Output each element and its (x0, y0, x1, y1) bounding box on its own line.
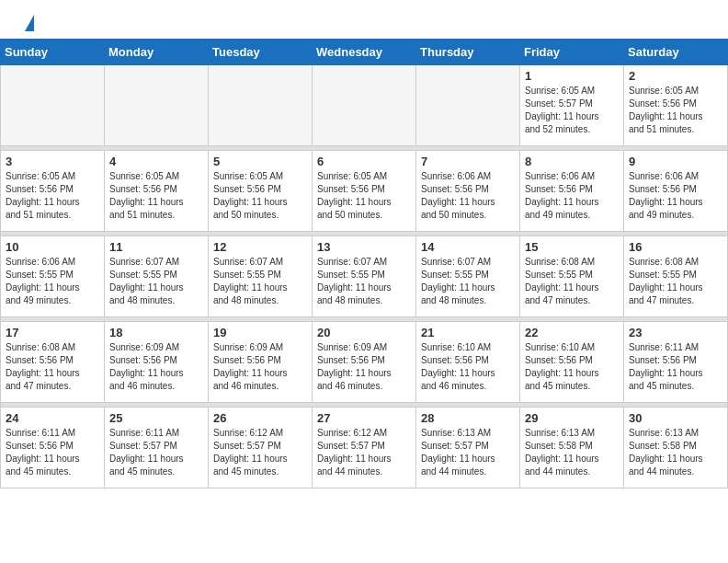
day-info: Sunrise: 6:07 AM Sunset: 5:55 PM Dayligh… (109, 256, 203, 307)
table-row: 18Sunrise: 6:09 AM Sunset: 5:56 PM Dayli… (105, 322, 209, 403)
table-row: 24Sunrise: 6:11 AM Sunset: 5:56 PM Dayli… (1, 408, 105, 488)
day-number: 26 (213, 411, 307, 425)
day-number: 25 (109, 411, 203, 425)
table-row (313, 65, 416, 146)
day-info: Sunrise: 6:13 AM Sunset: 5:58 PM Dayligh… (525, 427, 619, 478)
day-info: Sunrise: 6:06 AM Sunset: 5:55 PM Dayligh… (6, 256, 99, 307)
day-number: 12 (213, 240, 307, 254)
day-number: 23 (629, 326, 722, 339)
day-number: 16 (629, 240, 722, 254)
table-row: 25Sunrise: 6:11 AM Sunset: 5:57 PM Dayli… (105, 408, 209, 488)
day-info: Sunrise: 6:08 AM Sunset: 5:55 PM Dayligh… (525, 256, 619, 307)
table-row: 10Sunrise: 6:06 AM Sunset: 5:55 PM Dayli… (1, 236, 105, 317)
day-number: 29 (525, 411, 619, 425)
day-number: 19 (213, 326, 307, 339)
table-row: 21Sunrise: 6:10 AM Sunset: 5:56 PM Dayli… (416, 322, 520, 403)
day-info: Sunrise: 6:09 AM Sunset: 5:56 PM Dayligh… (317, 341, 411, 393)
table-row: 4Sunrise: 6:05 AM Sunset: 5:56 PM Daylig… (105, 151, 209, 232)
day-number: 9 (629, 155, 722, 168)
table-row: 12Sunrise: 6:07 AM Sunset: 5:55 PM Dayli… (209, 236, 313, 317)
table-row (209, 65, 313, 146)
day-number: 17 (6, 326, 99, 339)
logo-triangle-icon (25, 15, 34, 31)
header-tuesday: Tuesday (209, 40, 313, 65)
table-row: 6Sunrise: 6:05 AM Sunset: 5:56 PM Daylig… (313, 151, 416, 232)
week-row: 24Sunrise: 6:11 AM Sunset: 5:56 PM Dayli… (1, 408, 728, 488)
header-friday: Friday (520, 40, 624, 65)
day-info: Sunrise: 6:06 AM Sunset: 5:56 PM Dayligh… (421, 170, 515, 222)
logo (22, 17, 34, 31)
day-info: Sunrise: 6:07 AM Sunset: 5:55 PM Dayligh… (213, 256, 307, 307)
week-row: 10Sunrise: 6:06 AM Sunset: 5:55 PM Dayli… (1, 236, 728, 317)
day-number: 20 (317, 326, 411, 339)
table-row: 13Sunrise: 6:07 AM Sunset: 5:55 PM Dayli… (313, 236, 416, 317)
table-row: 29Sunrise: 6:13 AM Sunset: 5:58 PM Dayli… (520, 408, 624, 488)
calendar-table: SundayMondayTuesdayWednesdayThursdayFrid… (0, 39, 728, 488)
table-row: 11Sunrise: 6:07 AM Sunset: 5:55 PM Dayli… (105, 236, 209, 317)
header-monday: Monday (105, 40, 209, 65)
day-number: 6 (317, 155, 411, 168)
week-row: 1Sunrise: 6:05 AM Sunset: 5:57 PM Daylig… (1, 65, 728, 146)
header-wednesday: Wednesday (313, 40, 416, 65)
day-info: Sunrise: 6:13 AM Sunset: 5:57 PM Dayligh… (421, 427, 515, 478)
day-info: Sunrise: 6:06 AM Sunset: 5:56 PM Dayligh… (629, 170, 722, 222)
table-row: 1Sunrise: 6:05 AM Sunset: 5:57 PM Daylig… (520, 65, 624, 146)
day-info: Sunrise: 6:08 AM Sunset: 5:56 PM Dayligh… (6, 341, 99, 393)
header-saturday: Saturday (624, 40, 728, 65)
day-number: 14 (421, 240, 515, 254)
day-number: 21 (421, 326, 515, 339)
table-row: 8Sunrise: 6:06 AM Sunset: 5:56 PM Daylig… (520, 151, 624, 232)
day-info: Sunrise: 6:07 AM Sunset: 5:55 PM Dayligh… (421, 256, 515, 307)
week-row: 3Sunrise: 6:05 AM Sunset: 5:56 PM Daylig… (1, 151, 728, 232)
day-number: 27 (317, 411, 411, 425)
table-row: 16Sunrise: 6:08 AM Sunset: 5:55 PM Dayli… (624, 236, 728, 317)
day-info: Sunrise: 6:12 AM Sunset: 5:57 PM Dayligh… (213, 427, 307, 478)
week-row: 17Sunrise: 6:08 AM Sunset: 5:56 PM Dayli… (1, 322, 728, 403)
day-number: 4 (109, 155, 203, 168)
table-row (416, 65, 520, 146)
day-number: 5 (213, 155, 307, 168)
day-number: 15 (525, 240, 619, 254)
table-row: 19Sunrise: 6:09 AM Sunset: 5:56 PM Dayli… (209, 322, 313, 403)
day-info: Sunrise: 6:05 AM Sunset: 5:56 PM Dayligh… (6, 170, 99, 222)
table-row: 2Sunrise: 6:05 AM Sunset: 5:56 PM Daylig… (624, 65, 728, 146)
table-row: 9Sunrise: 6:06 AM Sunset: 5:56 PM Daylig… (624, 151, 728, 232)
day-info: Sunrise: 6:05 AM Sunset: 5:56 PM Dayligh… (317, 170, 411, 222)
day-info: Sunrise: 6:05 AM Sunset: 5:56 PM Dayligh… (629, 85, 722, 136)
day-info: Sunrise: 6:07 AM Sunset: 5:55 PM Dayligh… (317, 256, 411, 307)
day-info: Sunrise: 6:08 AM Sunset: 5:55 PM Dayligh… (629, 256, 722, 307)
table-row (1, 65, 105, 146)
day-info: Sunrise: 6:12 AM Sunset: 5:57 PM Dayligh… (317, 427, 411, 478)
table-row: 17Sunrise: 6:08 AM Sunset: 5:56 PM Dayli… (1, 322, 105, 403)
day-number: 18 (109, 326, 203, 339)
table-row: 20Sunrise: 6:09 AM Sunset: 5:56 PM Dayli… (313, 322, 416, 403)
day-number: 11 (109, 240, 203, 254)
day-number: 22 (525, 326, 619, 339)
table-row: 14Sunrise: 6:07 AM Sunset: 5:55 PM Dayli… (416, 236, 520, 317)
day-number: 30 (629, 411, 722, 425)
table-row: 7Sunrise: 6:06 AM Sunset: 5:56 PM Daylig… (416, 151, 520, 232)
day-info: Sunrise: 6:11 AM Sunset: 5:56 PM Dayligh… (6, 427, 99, 478)
day-number: 24 (6, 411, 99, 425)
header-thursday: Thursday (416, 40, 520, 65)
day-number: 1 (525, 69, 619, 83)
day-number: 10 (6, 240, 99, 254)
table-row: 23Sunrise: 6:11 AM Sunset: 5:56 PM Dayli… (624, 322, 728, 403)
day-number: 3 (6, 155, 99, 168)
table-row: 30Sunrise: 6:13 AM Sunset: 5:58 PM Dayli… (624, 408, 728, 488)
table-row: 28Sunrise: 6:13 AM Sunset: 5:57 PM Dayli… (416, 408, 520, 488)
table-row: 26Sunrise: 6:12 AM Sunset: 5:57 PM Dayli… (209, 408, 313, 488)
page-header (0, 0, 728, 39)
table-row: 5Sunrise: 6:05 AM Sunset: 5:56 PM Daylig… (209, 151, 313, 232)
day-info: Sunrise: 6:13 AM Sunset: 5:58 PM Dayligh… (629, 427, 722, 478)
day-info: Sunrise: 6:05 AM Sunset: 5:56 PM Dayligh… (213, 170, 307, 222)
day-number: 2 (629, 69, 722, 83)
day-number: 8 (525, 155, 619, 168)
day-info: Sunrise: 6:10 AM Sunset: 5:56 PM Dayligh… (421, 341, 515, 393)
day-number: 13 (317, 240, 411, 254)
table-row: 22Sunrise: 6:10 AM Sunset: 5:56 PM Dayli… (520, 322, 624, 403)
table-row: 3Sunrise: 6:05 AM Sunset: 5:56 PM Daylig… (1, 151, 105, 232)
day-info: Sunrise: 6:10 AM Sunset: 5:56 PM Dayligh… (525, 341, 619, 393)
day-info: Sunrise: 6:05 AM Sunset: 5:57 PM Dayligh… (525, 85, 619, 136)
day-info: Sunrise: 6:09 AM Sunset: 5:56 PM Dayligh… (213, 341, 307, 393)
